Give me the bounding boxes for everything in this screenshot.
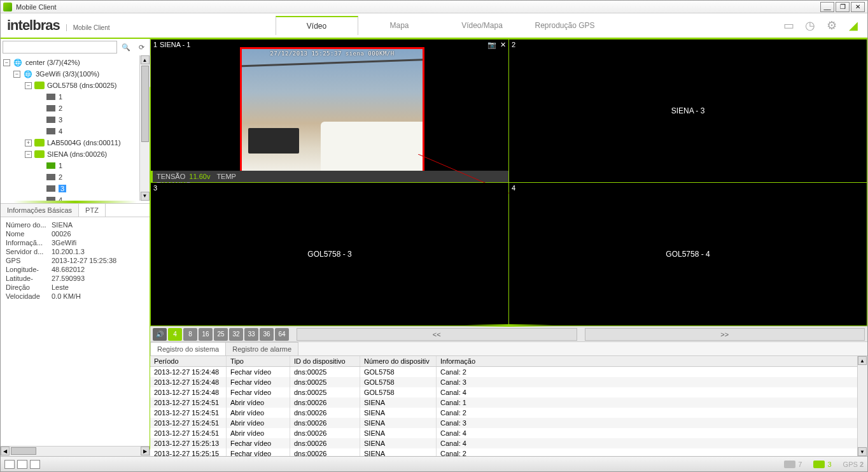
scrollbar-vertical[interactable]: ▲ ▼: [139, 55, 150, 201]
tree-vehicle-lab5004g[interactable]: LAB5004G (dns:00011): [47, 139, 121, 147]
snapshot-icon[interactable]: 📷: [487, 41, 496, 49]
tree-root[interactable]: center (3/7)(42%): [25, 59, 80, 66]
tab-video[interactable]: Vídeo: [276, 16, 358, 35]
grid-16-button[interactable]: 16: [199, 328, 213, 341]
expand-toggle[interactable]: −: [25, 82, 32, 89]
tab-alarm-log[interactable]: Registro de alarme: [225, 342, 298, 355]
grid-4-button[interactable]: 4: [168, 328, 182, 341]
video-cell-1[interactable]: 1 SIENA - 1 📷 ✕ 27/12/2013 15:25:37 sien…: [151, 39, 508, 182]
expand-toggle[interactable]: +: [25, 139, 32, 147]
video-info-strip: TENSÃO 11.60v TEMP TAMANHO 8264 B: [151, 171, 508, 182]
tree-channel[interactable]: 2: [59, 104, 62, 112]
log-row[interactable]: 2013-12-27 15:24:51Abrir vídeodns:00026S…: [150, 418, 867, 428]
grid-33-button[interactable]: 33: [244, 328, 258, 341]
maximize-button[interactable]: ❐: [836, 2, 850, 12]
camera-icon: [46, 162, 55, 169]
log-row[interactable]: 2013-12-27 15:24:51Abrir vídeodns:00026S…: [150, 408, 867, 418]
minimize-button[interactable]: __: [820, 2, 834, 12]
log-row[interactable]: 2013-12-27 15:24:48Fechar vídeodns:00025…: [150, 387, 867, 397]
expand-toggle[interactable]: −: [13, 71, 20, 78]
info-value: 10.200.1.3: [52, 248, 144, 255]
disk-icon[interactable]: ▭: [781, 18, 796, 33]
tree-channel[interactable]: 2: [59, 173, 62, 181]
tab-system-log[interactable]: Registro do sistema: [150, 342, 226, 355]
log-row[interactable]: 2013-12-27 15:24:48Fechar vídeodns:00025…: [150, 367, 867, 377]
tab-basic-info[interactable]: Informações Básicas: [1, 204, 79, 217]
scroll-thumb[interactable]: [11, 447, 36, 455]
grid-32-button[interactable]: 32: [229, 328, 243, 341]
tree-channel[interactable]: 1: [59, 162, 62, 169]
next-button[interactable]: >>: [585, 328, 865, 341]
search-input[interactable]: [3, 41, 117, 54]
sound-button[interactable]: 🔊: [153, 328, 167, 341]
tree-channel[interactable]: 1: [59, 93, 62, 101]
log-row[interactable]: 2013-12-27 15:25:13Fechar vídeodns:00026…: [150, 438, 867, 448]
scroll-up-icon[interactable]: ▲: [141, 55, 150, 64]
tree-channel-selected[interactable]: 3: [59, 185, 66, 192]
info-value: 27.590993: [52, 275, 144, 282]
compass-icon[interactable]: ◷: [802, 18, 818, 33]
search-icon[interactable]: 🔍: [120, 41, 132, 54]
refresh-icon[interactable]: ⟳: [135, 41, 148, 54]
cell-label: GOL5758 - 4: [666, 250, 710, 259]
close-button[interactable]: ✕: [851, 2, 865, 12]
tab-video-map[interactable]: Vídeo/Mapa: [441, 16, 524, 35]
layout-3-button[interactable]: [30, 460, 40, 469]
alert-icon[interactable]: ◢: [846, 18, 861, 33]
expand-toggle[interactable]: −: [3, 59, 10, 66]
camera-icon: [46, 174, 55, 180]
tab-gps-playback[interactable]: Reprodução GPS: [524, 16, 606, 35]
scroll-left-icon[interactable]: ◀: [1, 447, 10, 455]
video-cell-4[interactable]: 4 GOL5758 - 4: [509, 183, 867, 325]
col-info[interactable]: Informação: [437, 356, 867, 366]
col-device-id[interactable]: ID do dispositivo: [290, 356, 360, 366]
header: intelbras Mobile Client Vídeo Mapa Vídeo…: [1, 13, 867, 39]
prev-button[interactable]: <<: [297, 328, 577, 341]
col-device-num[interactable]: Número do dispositiv: [360, 356, 437, 366]
video-preview: 27/12/2013 15:25:37 siena 000KM/H: [240, 47, 424, 175]
tree-channel[interactable]: 4: [59, 196, 62, 201]
content-area: 1 SIENA - 1 📷 ✕ 27/12/2013 15:25:37 sien…: [150, 39, 867, 456]
scroll-thumb[interactable]: [141, 66, 149, 142]
info-value: 3GeWifi: [52, 239, 144, 247]
layout-1-button[interactable]: [4, 460, 15, 469]
camera-icon: [46, 185, 55, 192]
tab-map[interactable]: Mapa: [358, 16, 441, 35]
scroll-down-icon[interactable]: ▼: [858, 447, 867, 456]
grid-25-button[interactable]: 25: [214, 328, 228, 341]
log-row[interactable]: 2013-12-27 15:24:51Abrir vídeodns:00026S…: [150, 428, 867, 438]
scroll-right-icon[interactable]: ▶: [141, 447, 150, 455]
tab-ptz[interactable]: PTZ: [79, 204, 106, 217]
camera-icon: [46, 94, 55, 100]
tree-group-3gewifi[interactable]: 3GeWifi (3/3)(100%): [36, 70, 99, 78]
close-cell-icon[interactable]: ✕: [500, 41, 506, 49]
grid-8-button[interactable]: 8: [183, 328, 197, 341]
col-period[interactable]: Período: [150, 356, 227, 366]
grid-64-button[interactable]: 64: [275, 328, 289, 341]
divider-accent[interactable]: [465, 324, 554, 327]
gear-icon[interactable]: ⚙: [824, 18, 839, 33]
statusbar: 7 3 GPS 2: [1, 456, 867, 471]
scrollbar-vertical[interactable]: ▲ ▼: [857, 356, 867, 456]
layout-2-button[interactable]: [17, 460, 27, 469]
tree-channel[interactable]: 4: [59, 127, 62, 135]
camera-icon: [46, 128, 55, 134]
tree-vehicle-siena[interactable]: SIENA (dns:00026): [47, 150, 107, 158]
scrollbar-horizontal[interactable]: ◀ ▶: [1, 446, 150, 456]
video-cell-2[interactable]: 2 SIENA - 3: [509, 39, 867, 182]
bus-icon: [34, 150, 45, 158]
video-cell-3[interactable]: 3 GOL5758 - 3: [151, 183, 508, 325]
app-icon: [3, 3, 12, 11]
scroll-down-icon[interactable]: ▼: [141, 192, 150, 201]
bus-icon: [784, 461, 795, 468]
log-row[interactable]: 2013-12-27 15:24:51Abrir vídeodns:00026S…: [150, 397, 867, 408]
tree-vehicle-gol5758[interactable]: GOL5758 (dns:00025): [47, 82, 116, 89]
device-tree: −center (3/7)(42%) −3GeWifi (3/3)(100%) …: [1, 55, 150, 201]
log-row[interactable]: 2013-12-27 15:25:15Fechar vídeodns:00026…: [150, 448, 867, 456]
tree-channel[interactable]: 3: [59, 116, 62, 124]
expand-toggle[interactable]: −: [25, 151, 32, 158]
scroll-up-icon[interactable]: ▲: [858, 356, 867, 365]
log-row[interactable]: 2013-12-27 15:24:48Fechar vídeodns:00025…: [150, 377, 867, 387]
grid-36-button[interactable]: 36: [260, 328, 274, 341]
col-type[interactable]: Tipo: [227, 356, 290, 366]
